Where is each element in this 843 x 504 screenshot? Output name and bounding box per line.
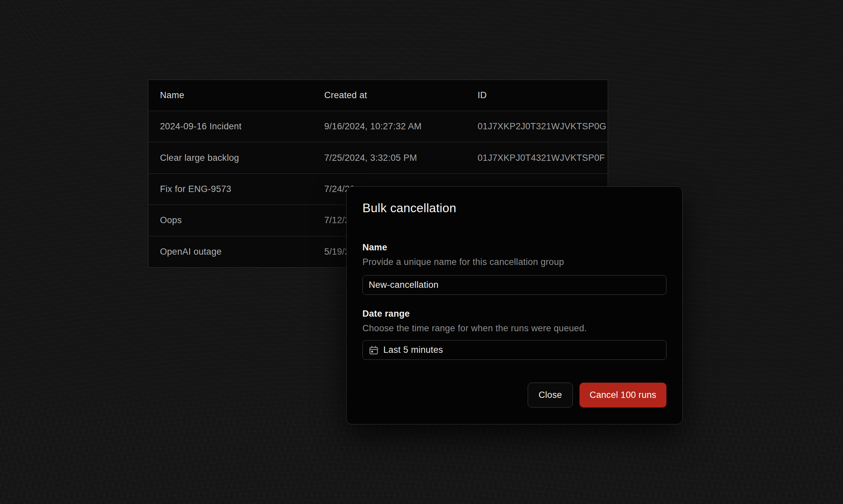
column-header-created-at: Created at: [313, 80, 466, 111]
bulk-cancellation-dialog: Bulk cancellation Name Provide a unique …: [346, 186, 683, 425]
name-field-description: Provide a unique name for this cancellat…: [362, 257, 564, 267]
cell-name: Fix for ENG-9573: [148, 174, 313, 204]
cell-name: Oops: [148, 205, 313, 236]
cell-created-at: 7/25/2024, 3:32:05 PM: [313, 142, 466, 173]
date-range-value: Last 5 minutes: [383, 345, 443, 355]
dialog-title: Bulk cancellation: [362, 201, 457, 215]
cell-created-at: 9/16/2024, 10:27:32 AM: [313, 111, 466, 142]
cell-name: Clear large backlog: [148, 142, 313, 173]
close-button[interactable]: Close: [528, 383, 573, 408]
name-field-label: Name: [362, 242, 387, 253]
cell-id: 01J7XKPJ0T4321WJVKTSP0F: [466, 142, 608, 173]
date-range-field-label: Date range: [362, 309, 410, 319]
cell-name: OpenAI outage: [148, 236, 313, 267]
column-header-id: ID: [466, 80, 608, 111]
cancellation-name-input[interactable]: [362, 275, 667, 295]
table-header-row: Name Created at ID: [148, 80, 608, 111]
cell-name: 2024-09-16 Incident: [148, 111, 313, 142]
column-header-name: Name: [148, 80, 313, 111]
date-range-field-description: Choose the time range for when the runs …: [362, 323, 587, 334]
calendar-icon: [369, 345, 379, 355]
cell-id: 01J7XKP2J0T321WJVKTSP0G: [466, 111, 608, 142]
table-row[interactable]: 2024-09-16 Incident 9/16/2024, 10:27:32 …: [148, 111, 608, 142]
dialog-footer: Close Cancel 100 runs: [528, 383, 667, 408]
cancel-runs-button[interactable]: Cancel 100 runs: [580, 383, 667, 408]
table-row[interactable]: Clear large backlog 7/25/2024, 3:32:05 P…: [148, 142, 608, 173]
date-range-select[interactable]: Last 5 minutes: [362, 340, 667, 360]
